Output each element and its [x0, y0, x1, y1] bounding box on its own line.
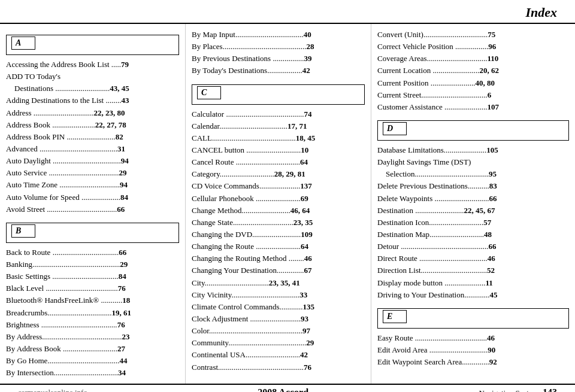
- section-a-label: A: [11, 37, 35, 50]
- list-item: Accessing the Address Book List ..... 79: [6, 59, 179, 71]
- list-item: Address ............................... …: [6, 107, 179, 119]
- list-item: Current Street..........................…: [377, 89, 569, 101]
- list-item: CALL....................................…: [192, 132, 365, 144]
- section-c-label: C: [197, 86, 221, 99]
- list-item: Detour .................................…: [377, 241, 569, 253]
- list-item: Selection...............................…: [377, 168, 569, 180]
- list-item: Current Location .......................…: [377, 65, 569, 77]
- section-d-label: D: [383, 122, 407, 135]
- list-item: City Vicinity...........................…: [192, 289, 365, 301]
- section-e-label: E: [383, 310, 407, 323]
- list-item: Edit Waypoint Search Area.............. …: [377, 356, 569, 368]
- list-item: Continental USA.........................…: [192, 349, 365, 361]
- col-mid: By Map Input............................…: [186, 24, 371, 384]
- list-item: By Address Book ........................…: [6, 343, 179, 355]
- header-title: Index: [525, 5, 557, 20]
- list-item: Coverage Areas..........................…: [377, 53, 569, 65]
- list-item: Black Level ............................…: [6, 282, 179, 294]
- list-item: Bluetooth® HandsFreeLink® ........... 18: [6, 294, 179, 306]
- list-item: Clock Adjustment .......................…: [192, 313, 365, 325]
- list-item: Auto Time Zone .........................…: [6, 179, 179, 191]
- list-item: Category............................ 28,…: [192, 168, 365, 180]
- list-item: By Go Home..............................…: [6, 355, 179, 367]
- list-item: Cellular Phonebook .....................…: [192, 193, 365, 205]
- section-b-box: B: [6, 223, 179, 243]
- list-item: Display mode button ....................…: [377, 277, 569, 289]
- list-item: Database Limitations....................…: [377, 144, 569, 156]
- page-header: Index: [0, 0, 575, 24]
- list-item: Changing Your Destination.............. …: [192, 265, 365, 276]
- list-item: Destinations ...........................…: [6, 83, 179, 95]
- footer-right-label: Navigation System: [479, 388, 538, 392]
- list-item: Basic Settings .........................…: [6, 271, 179, 282]
- list-item: Direct Route ...........................…: [377, 253, 569, 265]
- section-c-box: C: [192, 84, 365, 105]
- list-item: By Today's Destinations.................…: [192, 65, 365, 77]
- list-item: Changing the DVD........................…: [192, 229, 365, 241]
- list-item: CD Voice Commands..................... 1…: [192, 180, 365, 192]
- col-right: Convert (Unit)..........................…: [371, 24, 575, 384]
- list-item: Destination Icon........................…: [377, 217, 569, 229]
- list-item: Daylight Savings Time (DST): [377, 156, 569, 168]
- list-item: Current Position .......................…: [377, 77, 569, 89]
- list-item: ADD TO Today's: [6, 71, 179, 83]
- col-left: A Accessing the Address Book List ..... …: [0, 24, 186, 384]
- list-item: Brightness .............................…: [6, 319, 179, 331]
- list-item: Change Method......................... 4…: [192, 205, 365, 217]
- list-item: Auto Volume for Speed ..................…: [6, 192, 179, 203]
- list-item: Edit Avoid Area ........................…: [377, 344, 569, 356]
- section-a-box: A: [6, 35, 179, 55]
- section-e-box: E: [377, 308, 569, 329]
- list-item: Cancel Route ...........................…: [192, 156, 365, 168]
- footer-center: 2008 Accord: [258, 387, 308, 392]
- footer-left: carmanualsonline.info: [18, 388, 87, 392]
- list-item: Calculator .............................…: [192, 108, 365, 120]
- content-area: A Accessing the Address Book List ..... …: [0, 24, 575, 384]
- list-item: Correct Vehicle Position ...............…: [377, 41, 569, 53]
- list-item: Community...............................…: [192, 337, 365, 349]
- list-item: By Intersection.........................…: [6, 367, 179, 379]
- list-item: Contrast................................…: [192, 361, 365, 373]
- footer-page-number: 143: [543, 387, 557, 392]
- footer-right: Navigation System 143: [479, 387, 557, 392]
- list-item: By Map Input............................…: [192, 29, 365, 41]
- page: Index A Accessing the Address Book List …: [0, 0, 575, 392]
- list-item: Changing the Route .....................…: [192, 241, 365, 253]
- list-item: CANCEL button ..........................…: [192, 144, 365, 156]
- list-item: Back to Route ..........................…: [6, 247, 179, 259]
- section-d-box: D: [377, 120, 569, 141]
- list-item: Address Book ...................... 22, …: [6, 119, 179, 131]
- list-item: Delete Waypoints .......................…: [377, 193, 569, 205]
- page-footer: carmanualsonline.info 2008 Accord Naviga…: [0, 384, 575, 392]
- list-item: Climate Control Commands............ 135: [192, 301, 365, 313]
- list-item: Calendar................................…: [192, 120, 365, 132]
- list-item: Adding Destinations to the List ........…: [6, 95, 179, 107]
- list-item: Change State............................…: [192, 217, 365, 229]
- list-item: Customer Assistance ....................…: [377, 101, 569, 113]
- list-item: By Address..............................…: [6, 331, 179, 343]
- list-item: Changing the Routing Method ........ 46: [192, 253, 365, 265]
- list-item: Destination ......................... 22…: [377, 205, 569, 217]
- list-item: Color...................................…: [192, 325, 365, 337]
- list-item: Destination Map.........................…: [377, 229, 569, 241]
- list-item: Breadcrumbs.............................…: [6, 307, 179, 319]
- list-item: Banking.................................…: [6, 259, 179, 271]
- list-item: By Previous Destinations ...............…: [192, 53, 365, 65]
- list-item: Driving to Your Destination.............…: [377, 289, 569, 301]
- list-item: Easy Route .............................…: [377, 332, 569, 344]
- list-item: By Places...............................…: [192, 41, 365, 53]
- list-item: Auto Daylight ..........................…: [6, 155, 179, 167]
- list-item: Avoid Street ...........................…: [6, 203, 179, 215]
- list-item: Direction List..........................…: [377, 265, 569, 276]
- list-item: Convert (Unit)..........................…: [377, 29, 569, 41]
- list-item: Auto Service ...........................…: [6, 167, 179, 179]
- list-item: Delete Previous Destinations........... …: [377, 180, 569, 192]
- list-item: Address Book PIN .......................…: [6, 131, 179, 143]
- list-item: City................................. 23…: [192, 277, 365, 289]
- section-b-label: B: [11, 224, 35, 238]
- list-item: Advanced ...............................…: [6, 143, 179, 155]
